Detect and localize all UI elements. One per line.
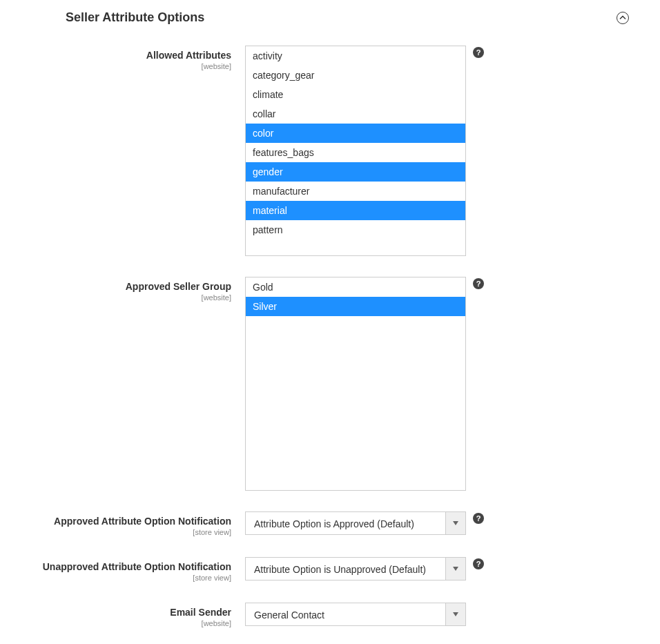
allowed-attributes-option[interactable]: activity: [246, 46, 465, 66]
field-col: General Contact: [245, 603, 466, 626]
row-allowed-attributes: Allowed Attributes [website] activitycat…: [28, 46, 632, 256]
field-scope: [store view]: [28, 528, 231, 536]
field-scope: [website]: [28, 619, 231, 627]
field-label: Approved Attribute Option Notification: [28, 516, 231, 527]
allowed-attributes-option[interactable]: features_bags: [246, 143, 465, 162]
email-sender-select[interactable]: General Contact: [245, 603, 466, 626]
chevron-down-icon[interactable]: [445, 557, 466, 580]
collapse-toggle-icon[interactable]: [617, 12, 629, 24]
field-col: Attribute Option is Approved (Default) ?: [245, 511, 484, 535]
select-value: General Contact: [245, 603, 445, 626]
allowed-attributes-option[interactable]: material: [246, 201, 465, 220]
field-scope: [store view]: [28, 574, 231, 582]
field-label: Approved Seller Group: [28, 281, 231, 292]
help-icon[interactable]: ?: [473, 47, 484, 58]
field-scope: [website]: [28, 293, 231, 302]
label-col: Unapproved Attribute Option Notification…: [28, 557, 245, 582]
approved-seller-group-multiselect[interactable]: GoldSilver: [245, 277, 466, 491]
help-icon[interactable]: ?: [473, 558, 484, 569]
row-unapproved-notification: Unapproved Attribute Option Notification…: [28, 557, 632, 582]
field-col: Attribute Option is Unapproved (Default)…: [245, 557, 484, 580]
allowed-attributes-multiselect[interactable]: activitycategory_gearclimatecollarcolorf…: [245, 46, 466, 256]
allowed-attributes-option[interactable]: manufacturer: [246, 182, 465, 201]
chevron-down-icon[interactable]: [445, 603, 466, 626]
field-label: Allowed Attributes: [28, 50, 231, 61]
approved-seller-group-option[interactable]: Gold: [246, 277, 465, 297]
allowed-attributes-option[interactable]: color: [246, 124, 465, 143]
allowed-attributes-option[interactable]: climate: [246, 85, 465, 104]
row-approved-notification: Approved Attribute Option Notification […: [28, 511, 632, 536]
section-header: Seller Attribute Options: [28, 10, 632, 25]
field-label: Email Sender: [28, 607, 231, 618]
field-col: GoldSilver ?: [245, 277, 484, 491]
allowed-attributes-option[interactable]: pattern: [246, 220, 465, 240]
row-email-sender: Email Sender [website] General Contact: [28, 603, 632, 627]
field-col: activitycategory_gearclimatecollarcolorf…: [245, 46, 484, 256]
label-col: Approved Seller Group [website]: [28, 277, 245, 302]
approved-seller-group-option[interactable]: Silver: [246, 297, 465, 316]
help-icon[interactable]: ?: [473, 513, 484, 524]
label-col: Approved Attribute Option Notification […: [28, 511, 245, 536]
allowed-attributes-option[interactable]: gender: [246, 162, 465, 182]
field-label: Unapproved Attribute Option Notification: [28, 561, 231, 572]
section-title: Seller Attribute Options: [28, 10, 204, 25]
label-col: Allowed Attributes [website]: [28, 46, 245, 70]
help-icon[interactable]: ?: [473, 278, 484, 289]
approved-notification-select[interactable]: Attribute Option is Approved (Default): [245, 511, 466, 535]
unapproved-notification-select[interactable]: Attribute Option is Unapproved (Default): [245, 557, 466, 580]
label-col: Email Sender [website]: [28, 603, 245, 627]
allowed-attributes-option[interactable]: collar: [246, 104, 465, 124]
allowed-attributes-option[interactable]: category_gear: [246, 66, 465, 85]
field-scope: [website]: [28, 62, 231, 70]
row-approved-seller-group: Approved Seller Group [website] GoldSilv…: [28, 277, 632, 491]
select-value: Attribute Option is Unapproved (Default): [245, 557, 445, 580]
select-value: Attribute Option is Approved (Default): [245, 511, 445, 535]
chevron-down-icon[interactable]: [445, 511, 466, 535]
